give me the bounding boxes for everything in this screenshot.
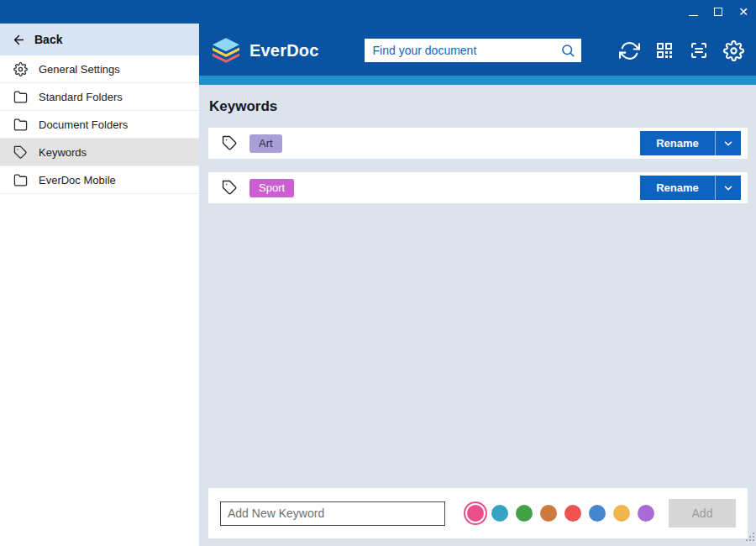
close-icon: ✕ xyxy=(738,6,748,18)
page-title: Keywords xyxy=(209,98,748,115)
window-titlebar: ✕ xyxy=(0,0,756,24)
sidebar-item-label: General Settings xyxy=(39,63,120,76)
tag-icon xyxy=(222,180,238,196)
app-name: EverDoc xyxy=(249,41,319,60)
tag-icon xyxy=(222,135,238,151)
everdoc-logo-icon xyxy=(210,37,242,64)
color-swatch-green[interactable] xyxy=(516,505,533,522)
maximize-button[interactable] xyxy=(706,0,731,24)
sidebar-item-label: Keywords xyxy=(39,146,87,159)
chevron-down-icon[interactable] xyxy=(716,176,741,200)
rename-button-label[interactable]: Rename xyxy=(640,176,716,200)
folder-icon xyxy=(13,90,28,104)
keyword-badge: Sport xyxy=(249,179,294,197)
main-area: EverDoc xyxy=(199,0,756,546)
rename-button[interactable]: Rename xyxy=(640,131,741,155)
color-swatch-purple[interactable] xyxy=(638,505,654,522)
color-swatch-red[interactable] xyxy=(564,505,581,522)
sync-icon[interactable] xyxy=(619,40,640,61)
maximize-icon xyxy=(714,8,722,16)
sidebar-item-standard-folders[interactable]: Standard Folders xyxy=(0,83,199,111)
color-swatch-pink[interactable] xyxy=(467,505,484,522)
search-input[interactable] xyxy=(365,39,581,62)
keywords-panel: Keywords Art Rename Sport Rename xyxy=(199,85,756,546)
keyword-row: Art Rename xyxy=(208,128,748,159)
color-swatch-teal[interactable] xyxy=(491,505,508,522)
sidebar-item-document-folders[interactable]: Document Folders xyxy=(0,111,199,139)
search-icon[interactable] xyxy=(560,43,575,58)
qr-code-icon[interactable] xyxy=(654,40,675,60)
tag-icon xyxy=(13,145,28,160)
sidebar-item-general-settings[interactable]: General Settings xyxy=(0,55,199,83)
resize-grip[interactable] xyxy=(746,529,754,544)
minimize-button[interactable] xyxy=(680,0,706,24)
accent-strip xyxy=(199,76,756,85)
color-swatch-amber[interactable] xyxy=(613,505,630,522)
header-toolbar xyxy=(619,40,744,61)
sidebar-item-label: EverDoc Mobile xyxy=(39,174,116,186)
new-keyword-input[interactable] xyxy=(220,501,445,526)
color-swatch-blue[interactable] xyxy=(589,505,606,522)
brand: EverDoc xyxy=(210,37,319,64)
add-keyword-bar: Add xyxy=(208,488,748,538)
chevron-down-icon[interactable] xyxy=(716,131,741,155)
back-label: Back xyxy=(34,33,62,46)
close-button[interactable]: ✕ xyxy=(731,0,756,24)
search-box xyxy=(365,39,581,62)
sidebar-item-keywords[interactable]: Keywords xyxy=(0,139,199,166)
keyword-badge: Art xyxy=(249,134,282,153)
back-button[interactable]: Back xyxy=(0,24,199,55)
minimize-icon xyxy=(689,15,698,16)
keyword-row: Sport Rename xyxy=(208,172,748,203)
color-swatch-orange[interactable] xyxy=(540,505,557,522)
folder-icon xyxy=(13,118,28,132)
rename-button-label[interactable]: Rename xyxy=(640,131,716,155)
scan-icon[interactable] xyxy=(689,40,709,60)
add-button[interactable]: Add xyxy=(669,499,736,528)
folder-icon xyxy=(13,173,28,187)
rename-button[interactable]: Rename xyxy=(640,176,741,200)
settings-icon[interactable] xyxy=(723,40,744,61)
sidebar-item-label: Standard Folders xyxy=(39,91,123,103)
sidebar-item-label: Document Folders xyxy=(39,118,128,131)
gear-icon xyxy=(13,62,28,76)
sidebar-item-everdoc-mobile[interactable]: EverDoc Mobile xyxy=(0,166,199,194)
settings-sidebar: Back General Settings Standard Folders D… xyxy=(0,24,199,546)
color-swatches xyxy=(467,505,654,522)
back-arrow-icon xyxy=(12,33,26,47)
